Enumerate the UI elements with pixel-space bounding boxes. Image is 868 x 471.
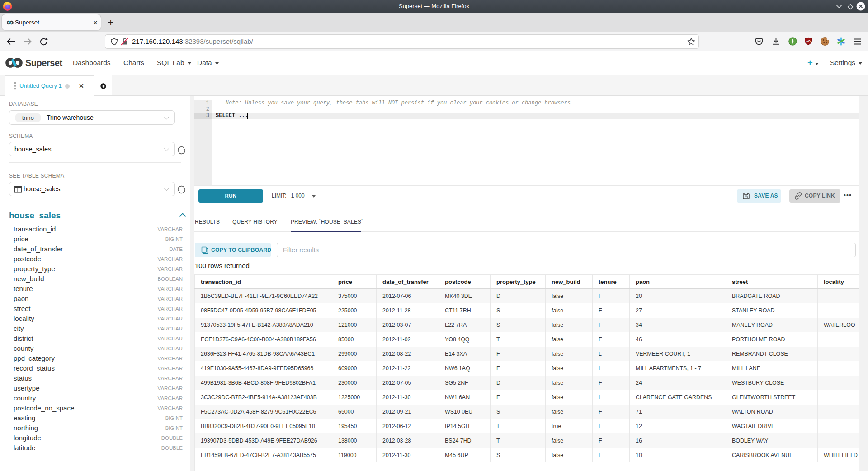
svg-text:uO: uO [806,40,811,43]
